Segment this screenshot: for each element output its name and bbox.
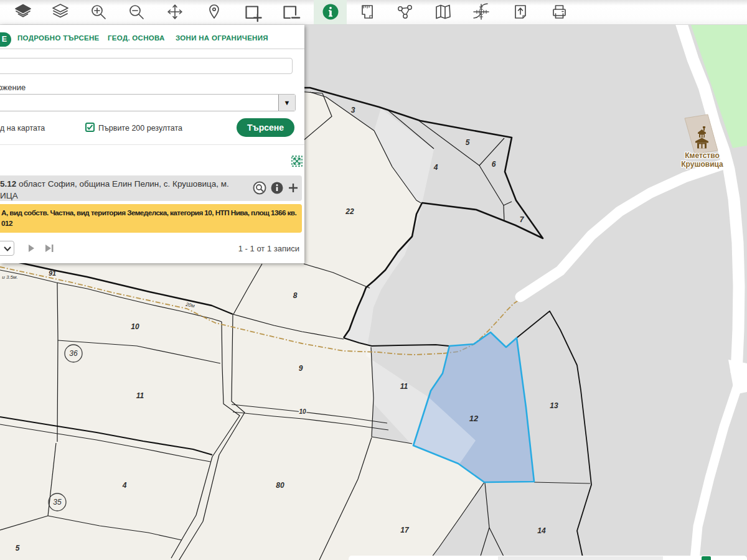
svg-text:3: 3	[351, 106, 355, 114]
svg-text:91: 91	[49, 269, 56, 277]
svg-text:22: 22	[345, 207, 354, 216]
svg-text:14: 14	[537, 526, 546, 535]
svg-text:Крушовица: Крушовица	[681, 160, 723, 169]
svg-text:5: 5	[16, 544, 20, 553]
svg-text:6: 6	[492, 160, 496, 169]
svg-text:и 3.5м.: и 3.5м.	[2, 274, 18, 280]
svg-text:12: 12	[469, 414, 479, 423]
svg-text:4: 4	[122, 481, 127, 490]
svg-text:36: 36	[69, 349, 78, 358]
svg-text:13: 13	[550, 401, 558, 410]
svg-text:80: 80	[276, 481, 284, 490]
svg-text:10: 10	[299, 408, 306, 415]
svg-text:4: 4	[433, 163, 438, 172]
svg-text:5: 5	[466, 138, 470, 147]
svg-text:11: 11	[136, 391, 144, 400]
svg-text:10: 10	[131, 322, 139, 331]
svg-text:9: 9	[299, 364, 303, 373]
svg-text:35: 35	[53, 498, 62, 506]
svg-text:8: 8	[293, 291, 298, 300]
svg-text:11: 11	[400, 382, 408, 391]
svg-text:Кметство: Кметство	[685, 151, 720, 160]
svg-text:17: 17	[400, 526, 410, 534]
